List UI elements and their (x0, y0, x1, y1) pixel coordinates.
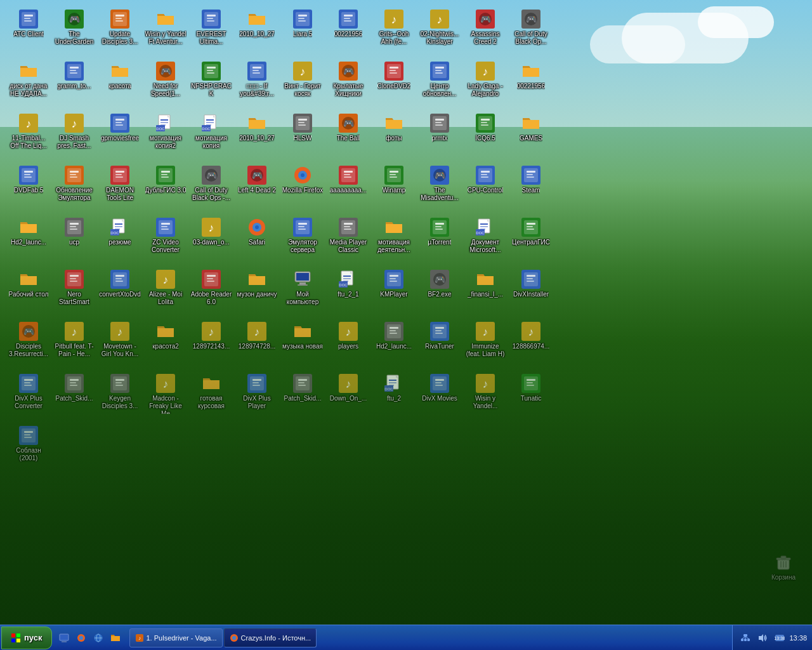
desktop-icon-20[interactable]: 🎮 Крылатые Хищники (326, 58, 370, 109)
desktop-icon-93[interactable]: ♪ Down_On_... (326, 371, 370, 421)
desktop-icon-4[interactable]: Wisin y Yandel Ft Aventur... (143, 6, 188, 57)
desktop-icon-48[interactable]: CPU-Control (463, 162, 508, 213)
desktop-icon-66[interactable]: Adobe Reader 6.0 (189, 267, 233, 317)
desktop-icon-59[interactable]: µTorrent (417, 215, 462, 265)
desktop-icon-88[interactable]: Keygen Disciples 3... (98, 371, 142, 421)
desktop-icon-18[interactable]: □□□ - If you&#39;r... (235, 58, 279, 109)
desktop-icon-47[interactable]: 🎮 The Misadventu... (417, 162, 462, 213)
desktop-icon-26[interactable]: ♪ DJ Smash pres. Fast... (52, 110, 96, 161)
desktop-icon-80[interactable]: музыка новая (280, 319, 325, 369)
desktop-icon-30[interactable]: 2010_10_27 (235, 110, 279, 161)
desktop-icon-83[interactable]: RivaTuner (417, 319, 462, 369)
desktop-icon-94[interactable]: DOC ftu_2 (372, 371, 416, 421)
desktop-icon-78[interactable]: ♪ 128972143... (189, 319, 233, 369)
desktop-icon-24[interactable]: 00221956 (509, 58, 553, 109)
desktop-icon-97[interactable]: Tunatic (509, 371, 553, 421)
desktop-icon-92[interactable]: Patch_Skid... (280, 371, 325, 421)
desktop-icon-31[interactable]: HLSW (280, 110, 325, 161)
desktop-icon-71[interactable]: 🎮 BF2.exe (417, 267, 462, 317)
desktop-icon-76[interactable]: ♪ Movetown - Girl You Kn... (98, 319, 142, 369)
desktop-icon-65[interactable]: ♪ Alizee - Moi Lolita (143, 267, 188, 317)
desktop-icon-37[interactable]: DVDFab 5 (6, 162, 51, 213)
desktop-icon-89[interactable]: ♪ Madcon - Freaky Like Me (143, 371, 188, 421)
desktop-icon-23[interactable]: ♪ Lady Gaga - Alejandro (463, 58, 508, 109)
desktop-icon-2[interactable]: 🎮 The UnderGarden (52, 6, 96, 57)
desktop-icon-64[interactable]: convertXtoDvd (98, 267, 142, 317)
desktop-icon-56[interactable]: Эмулятор сервера (280, 215, 325, 265)
desktop-icon-86[interactable]: DivX Plus Converter (6, 371, 51, 421)
desktop-icon-21[interactable]: CloneDVD2 (372, 58, 416, 109)
desktop-icon-25[interactable]: ♪ 11-Timbal... Off The Liq... (6, 110, 51, 161)
desktop-icon-16[interactable]: 🎮 Need for Speed(1... (143, 58, 188, 109)
desktop-icon-11[interactable]: 🎮 Assassins Creed 2 (463, 6, 508, 57)
desktop-icon-38[interactable]: Обновление Эмулятора (52, 162, 96, 213)
desktop-icon-85[interactable]: ♪ 128866974... (509, 319, 553, 369)
desktop-icon-68[interactable]: Мой компьютер (280, 267, 325, 317)
folder-taskbar-icon[interactable] (108, 630, 123, 646)
desktop-icon-13[interactable]: диск от дана НЕ УДАЛА... (6, 58, 51, 109)
desktop-icon-3[interactable]: Update Disciples 3... (98, 6, 142, 57)
desktop-icon-12[interactable]: 🎮 Call of Duty Black Op... (509, 6, 553, 57)
desktop-icon-32[interactable]: 🎮 The Ball (326, 110, 370, 161)
desktop-icon-55[interactable]: Safari (235, 215, 279, 265)
desktop-icon-45[interactable]: Winamp (372, 162, 416, 213)
desktop-icon-69[interactable]: DOC ftu_2_1 (326, 267, 370, 317)
desktop-icon-10[interactable]: ♪ 02-Nightwis... Kinslayer (417, 6, 462, 57)
time-icon[interactable]: 13:38 (772, 630, 787, 646)
network-tray-icon[interactable] (738, 630, 753, 646)
desktop-icon-33[interactable]: фоты (372, 110, 416, 161)
desktop-icon-90[interactable]: готовая курсовая (189, 371, 233, 421)
desktop-icon-91[interactable]: DivX Plus Player (235, 371, 279, 421)
desktop-icon-1[interactable]: ATC Client (6, 6, 51, 57)
desktop-icon-44[interactable]: ааааааааа... (326, 162, 370, 213)
desktop-icon-29[interactable]: DOC мотивация копия (189, 110, 233, 161)
desktop-icon-41[interactable]: 🎮 Call of Duty Black Ops -... (189, 162, 233, 213)
desktop-icon-8[interactable]: 00221956 (326, 6, 370, 57)
desktop-icon-9[interactable]: ♪ Grits--Ooh Ahh (fe... (372, 6, 416, 57)
desktop-icon-74[interactable]: 🎮 Disciples 3.Resurrecti... (6, 319, 51, 369)
desktop-icon-19[interactable]: ♪ Винт - Горит косяк (280, 58, 325, 109)
desktop-icon-40[interactable]: ДубльГИС 3.0 (143, 162, 188, 213)
desktop-icon-87[interactable]: Patch_Skid... (52, 371, 96, 421)
firefox-taskbar-icon[interactable] (74, 630, 89, 646)
desktop-icon-58[interactable]: мотивация деятельн... (372, 215, 416, 265)
desktop-icon-15[interactable]: красота (98, 58, 142, 109)
desktop-icon-50[interactable]: Hd2_launc... (6, 215, 51, 265)
speaker-tray-icon[interactable] (755, 630, 770, 646)
clock-display[interactable]: 13:38 (789, 634, 807, 642)
desktop-icon-35[interactable]: ICQ6.5 (463, 110, 508, 161)
desktop-icon-54[interactable]: ♪ 03-dawn_o... (189, 215, 233, 265)
desktop-icon-6[interactable]: 2010_10_27 (235, 6, 279, 57)
desktop-icon-84[interactable]: ♪ Immunize (feat. Liam H) (463, 319, 508, 369)
desktop-icon-39[interactable]: DAEMON Tools Lite (98, 162, 142, 213)
show-desktop-icon[interactable] (56, 630, 72, 646)
desktop-icon-5[interactable]: EVEREST Ultima... (189, 6, 233, 57)
desktop-icon-27[interactable]: gpmoviesfree (98, 110, 142, 161)
desktop-icon-52[interactable]: DOC резюме (98, 215, 142, 265)
desktop-icon-51[interactable]: ucp (52, 215, 96, 265)
desktop-icon-81[interactable]: ♪ players (326, 319, 370, 369)
desktop-icon-7[interactable]: Liara 5 (280, 6, 325, 57)
desktop-icon-43[interactable]: Mozilla Firefox (280, 162, 325, 213)
desktop-icon-73[interactable]: DivXInstaller (509, 267, 553, 317)
start-button[interactable]: пуск (1, 627, 52, 649)
task-crazys[interactable]: Crazys.Info - Источн... (224, 628, 317, 647)
desktop-icon-17[interactable]: NFSHP.CRACK (189, 58, 233, 109)
desktop-icon-82[interactable]: Hd2_launc... (372, 319, 416, 369)
desktop-icon-72[interactable]: _finansi_l_... (463, 267, 508, 317)
desktop-icon-75[interactable]: ♪ Pitbull feat. T-Pain - He... (52, 319, 96, 369)
desktop-icon-28[interactable]: DOC мотивация копия2 (143, 110, 188, 161)
desktop-icon-14[interactable]: gramm_to... (52, 58, 96, 109)
desktop-icon-49[interactable]: Steam (509, 162, 553, 213)
desktop-icon-42[interactable]: 🎮 Left 4 Dead 2 (235, 162, 279, 213)
desktop-icon-67[interactable]: музон даничу (235, 267, 279, 317)
desktop-icon-36[interactable]: GAMES (509, 110, 553, 161)
desktop-icon-57[interactable]: Media Player Classic (326, 215, 370, 265)
ie-taskbar-icon[interactable] (91, 630, 106, 646)
desktop-icon-53[interactable]: ZC Video Converter (143, 215, 188, 265)
desktop-icon-62[interactable]: Рабочий стол (6, 267, 51, 317)
recycle-bin[interactable]: Корзина (761, 550, 806, 594)
desktop-icon-77[interactable]: красота2 (143, 319, 188, 369)
desktop-icon-61[interactable]: ЦентралГИС (509, 215, 553, 265)
task-pulsedriver[interactable]: ♪ 1. Pulsedriver - Vaga... (129, 628, 223, 647)
